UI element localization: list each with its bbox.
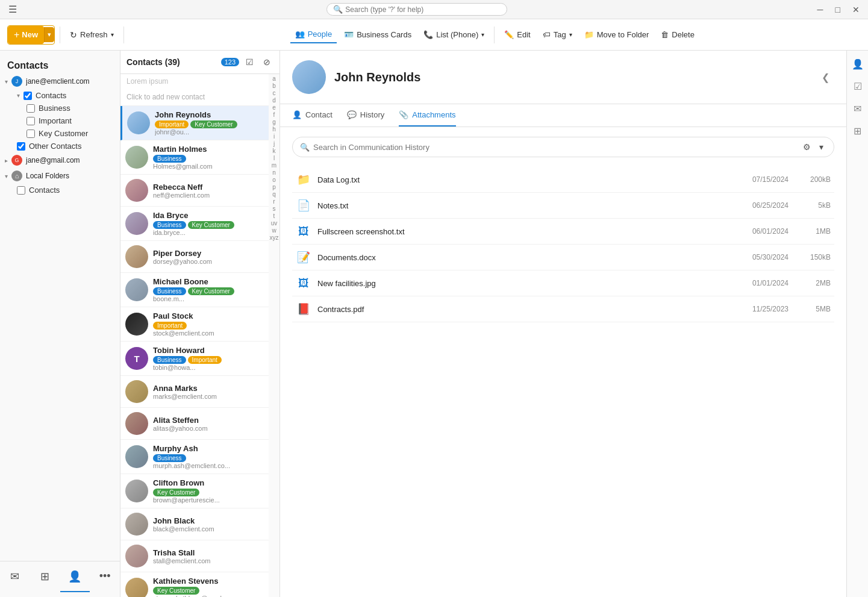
- attachment-row-facilities[interactable]: 🖼 New facilities.jpg 01/01/2024 2MB: [292, 270, 834, 296]
- contact-item-clifton-brown[interactable]: Clifton Brown Key Customer brown@apertur…: [120, 474, 269, 508]
- contact-item-tobin-howard[interactable]: T Tobin Howard Business Important tobin@…: [120, 342, 269, 376]
- alpha-d[interactable]: d: [272, 97, 276, 104]
- business-cards-button[interactable]: 🪪 Business Cards: [339, 27, 416, 43]
- alpha-i[interactable]: i: [273, 133, 275, 140]
- detail-header: John Reynolds ❮: [280, 51, 846, 104]
- nav-calendar-button[interactable]: ⊞: [30, 561, 60, 592]
- business-checkbox[interactable]: [27, 104, 35, 113]
- alpha-m[interactable]: m: [272, 162, 276, 169]
- tab-attachments[interactable]: 📎 Attachments: [399, 104, 455, 127]
- important-checkbox[interactable]: [27, 117, 35, 125]
- list-phone-button[interactable]: 📞 List (Phone) ▾: [419, 27, 489, 43]
- back-button[interactable]: ❮: [817, 69, 834, 86]
- contact-item-paul-stock[interactable]: Paul Stock Important stock@emclient.com: [120, 307, 269, 342]
- attachment-row-documents[interactable]: 📝 Documents.docx 05/30/2024 150kB: [292, 245, 834, 270]
- attachment-row-screenshot[interactable]: 🖼 Fullscreen screenshot.txt 06/01/2024 1…: [292, 219, 834, 245]
- other-contacts-checkbox[interactable]: [17, 142, 25, 151]
- global-search-input[interactable]: [345, 5, 490, 14]
- search-filter-dropdown[interactable]: ▾: [816, 140, 826, 154]
- alpha-r[interactable]: r: [273, 198, 275, 205]
- right-checklist-button[interactable]: ☑: [851, 78, 865, 95]
- alpha-l[interactable]: l: [273, 155, 275, 161]
- alpha-j[interactable]: j: [273, 140, 275, 147]
- nav-contacts-button[interactable]: 👤: [60, 561, 90, 592]
- global-search-box[interactable]: 🔍: [326, 3, 507, 16]
- alpha-w[interactable]: w: [272, 227, 276, 234]
- refresh-button[interactable]: ↻ Refresh ▾: [65, 27, 119, 43]
- tab-contact[interactable]: 👤 Contact: [292, 104, 333, 127]
- new-button[interactable]: + New: [8, 26, 44, 44]
- attachment-row-datalog[interactable]: 📁 Data Log.txt 07/15/2024 200kB: [292, 167, 834, 193]
- alpha-k[interactable]: k: [273, 148, 276, 154]
- sidebar-account-jane-emclient[interactable]: ▾ J jane@emclient.com: [0, 73, 120, 89]
- alpha-p[interactable]: p: [272, 184, 276, 190]
- right-grid-button[interactable]: ⊞: [851, 122, 864, 140]
- contact-item-john-reynolds[interactable]: John Reynolds Important Key Customer joh…: [120, 106, 269, 140]
- tag-button[interactable]: 🏷 Tag ▾: [538, 27, 577, 43]
- nav-more-button[interactable]: •••: [90, 561, 120, 592]
- alpha-b[interactable]: b: [272, 83, 276, 89]
- right-mini-toolbar: 👤 ☑ ✉ ⊞: [846, 51, 868, 597]
- alpha-xyz[interactable]: xyz: [270, 234, 279, 241]
- contact-item-kathleen-stevens[interactable]: Kathleen Stevens Key Customer stevenskat…: [120, 572, 269, 597]
- file-date: 06/25/2024: [728, 201, 788, 210]
- select-all-button[interactable]: ☑: [243, 55, 257, 69]
- maximize-button[interactable]: □: [832, 4, 844, 16]
- contact-item-piper-dorsey[interactable]: Piper Dorsey dorsey@yahoo.com: [120, 241, 269, 273]
- sidebar-item-local-contacts[interactable]: Contacts: [0, 184, 120, 196]
- people-button[interactable]: 👥 People: [290, 27, 337, 43]
- search-options-button[interactable]: ⚙: [800, 140, 814, 154]
- contact-item-rebecca-neff[interactable]: Rebecca Neff neff@emclient.com: [120, 175, 269, 207]
- new-dropdown-button[interactable]: ▾: [44, 27, 54, 42]
- contact-item-alita-steffen[interactable]: Alita Steffen alitas@yahoo.com: [120, 408, 269, 440]
- sidebar-account-jane-gmail[interactable]: ▸ G jane@gmail.com: [0, 152, 120, 168]
- alpha-c[interactable]: c: [273, 90, 276, 96]
- close-button[interactable]: ✕: [849, 4, 863, 16]
- tag-business: Business: [153, 221, 186, 229]
- contact-item-john-black[interactable]: John Black black@emclient.com: [120, 508, 269, 540]
- tab-history[interactable]: 💬 History: [347, 104, 384, 127]
- alpha-t[interactable]: t: [273, 213, 275, 219]
- sidebar-item-key-customer[interactable]: Key Customer: [0, 127, 120, 140]
- alpha-e[interactable]: e: [272, 104, 276, 111]
- right-mail-button[interactable]: ✉: [851, 100, 864, 117]
- attachment-row-notes[interactable]: 📄 Notes.txt 06/25/2024 5kB: [292, 193, 834, 219]
- key-customer-checkbox[interactable]: [27, 130, 35, 138]
- alpha-h[interactable]: h: [272, 126, 276, 133]
- contact-item-anna-marks[interactable]: Anna Marks marks@emclient.com: [120, 376, 269, 408]
- edit-button[interactable]: ✏️ Edit: [499, 27, 535, 43]
- contact-tags: Business: [153, 454, 264, 462]
- alpha-q[interactable]: q: [272, 191, 276, 198]
- alpha-g[interactable]: g: [272, 119, 276, 125]
- nav-mail-button[interactable]: ✉: [0, 561, 30, 592]
- contact-item-murphy-ash[interactable]: Murphy Ash Business murph.ash@emclient.c…: [120, 440, 269, 474]
- attachment-row-contracts[interactable]: 📕 Contracts.pdf 11/25/2023 5MB: [292, 296, 834, 322]
- contact-item-martin-holmes[interactable]: Martin Holmes Business Holmes@gmail.com: [120, 140, 269, 175]
- sidebar-local-folders[interactable]: ▾ ⌂ Local Folders: [0, 168, 120, 184]
- alpha-s[interactable]: s: [273, 205, 276, 212]
- alpha-o[interactable]: o: [272, 177, 276, 183]
- alpha-a[interactable]: a: [272, 75, 276, 82]
- local-contacts-checkbox[interactable]: [17, 186, 25, 195]
- sidebar-item-other-contacts[interactable]: Other Contacts: [0, 140, 120, 152]
- sidebar-item-important[interactable]: Important: [0, 114, 120, 127]
- alpha-n[interactable]: n: [272, 169, 276, 176]
- contact-item-trisha-stall[interactable]: Trisha Stall stall@emclient.com: [120, 540, 269, 572]
- contact-item-michael-boone[interactable]: Michael Boone Business Key Customer boon…: [120, 273, 269, 307]
- alpha-uv[interactable]: uv: [271, 220, 278, 227]
- contact-item-ida-bryce[interactable]: Ida Bryce Business Key Customer ida.bryc…: [120, 207, 269, 241]
- contact-email: alitas@yahoo.com: [153, 425, 264, 432]
- contacts-checkbox[interactable]: [23, 92, 32, 100]
- filter-button[interactable]: ⊘: [260, 55, 273, 69]
- move-to-folder-button[interactable]: 📁 Move to Folder: [579, 27, 654, 43]
- delete-button[interactable]: 🗑 Delete: [656, 27, 699, 43]
- add-contact-row[interactable]: Click to add new contact: [120, 89, 269, 106]
- sidebar-item-contacts[interactable]: ▾ Contacts: [0, 89, 120, 102]
- hamburger-button[interactable]: ☰: [5, 1, 20, 17]
- sidebar-item-business[interactable]: Business: [0, 102, 120, 114]
- alpha-f[interactable]: f: [273, 111, 275, 118]
- search-history-bar[interactable]: 🔍 ⚙ ▾: [292, 137, 834, 157]
- right-person-button[interactable]: 👤: [849, 55, 867, 73]
- minimize-button[interactable]: ─: [814, 4, 827, 16]
- search-history-input[interactable]: [313, 143, 796, 152]
